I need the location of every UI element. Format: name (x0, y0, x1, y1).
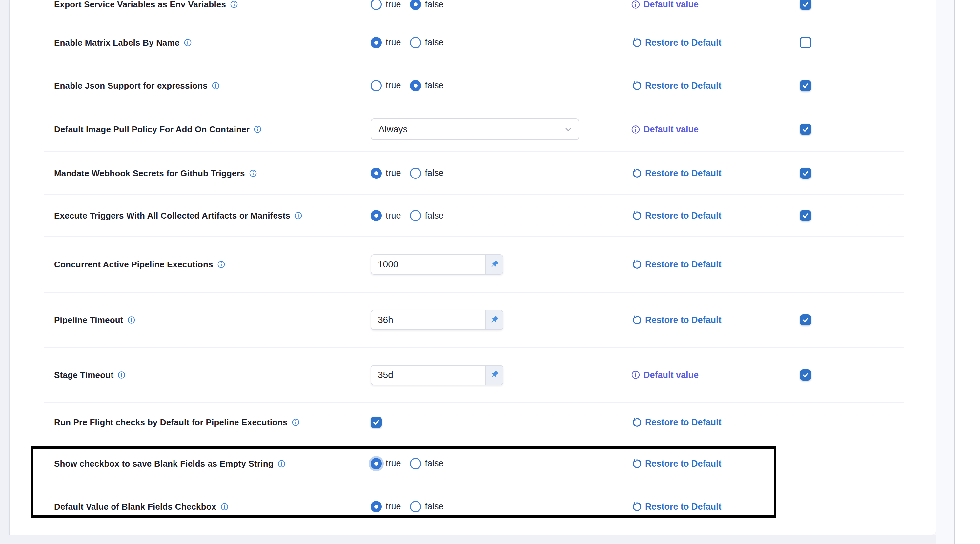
restore-to-default-link[interactable]: Restore to Default (645, 37, 722, 48)
pin-icon (490, 370, 499, 379)
true-false-radio-group: true false (371, 37, 444, 48)
info-icon[interactable] (632, 0, 640, 8)
setting-label: Concurrent Active Pipeline Executions (54, 260, 213, 270)
info-icon[interactable] (221, 503, 228, 510)
radio-false-label[interactable]: false (425, 168, 444, 178)
check-icon (802, 82, 810, 89)
radio-true-label[interactable]: true (386, 501, 401, 512)
info-icon[interactable] (127, 316, 135, 324)
setting-label: Stage Timeout (54, 370, 113, 380)
allow-override-checkbox[interactable] (800, 210, 811, 221)
radio-true[interactable] (371, 168, 382, 179)
restore-icon (632, 458, 641, 469)
radio-false[interactable] (410, 168, 421, 179)
info-icon[interactable] (294, 212, 302, 220)
pin-icon (490, 260, 499, 269)
radio-false-label[interactable]: false (425, 80, 444, 91)
default-value-label: Default value (643, 370, 698, 380)
setting-label: Show checkbox to save Blank Fields as Em… (54, 458, 274, 469)
setting-input[interactable]: 36h (371, 310, 485, 329)
image-pull-policy-select[interactable]: Always (371, 118, 579, 140)
check-icon (802, 0, 810, 8)
setting-input-group: 35d (371, 365, 503, 385)
chevron-down-icon (565, 126, 572, 133)
page-background-bottom (0, 535, 936, 544)
restore-icon (632, 501, 641, 512)
allow-override-checkbox[interactable] (800, 168, 811, 179)
radio-true[interactable] (371, 501, 382, 512)
info-icon[interactable] (632, 125, 640, 134)
radio-false-label[interactable]: false (425, 458, 444, 469)
radio-false[interactable] (410, 458, 421, 469)
radio-false[interactable] (410, 80, 421, 91)
setting-label: Run Pre Flight checks by Default for Pip… (54, 417, 288, 427)
info-icon[interactable] (218, 261, 225, 268)
setting-input[interactable]: 35d (371, 365, 485, 384)
pin-icon (490, 316, 499, 324)
setting-label: Export Service Variables as Env Variable… (54, 0, 226, 10)
radio-true-label[interactable]: true (386, 168, 401, 178)
restore-to-default-link[interactable]: Restore to Default (645, 501, 722, 512)
allow-override-checkbox[interactable] (800, 0, 811, 10)
radio-true[interactable] (371, 37, 382, 48)
radio-false[interactable] (410, 0, 421, 10)
radio-true-label[interactable]: true (386, 211, 401, 221)
true-false-radio-group: true false (371, 210, 444, 221)
check-icon (802, 371, 810, 379)
radio-true-label[interactable]: true (386, 37, 401, 48)
restore-to-default-link[interactable]: Restore to Default (645, 211, 722, 221)
info-icon[interactable] (118, 371, 125, 379)
setting-input[interactable]: 1000 (371, 255, 485, 274)
scrollbar-track (936, 0, 955, 544)
restore-to-default-link[interactable]: Restore to Default (645, 315, 722, 325)
radio-false-label[interactable]: false (425, 211, 444, 221)
true-false-radio-group: true false (371, 168, 444, 179)
radio-true[interactable] (371, 210, 382, 221)
preflight-checkbox[interactable] (371, 417, 382, 428)
radio-false-label[interactable]: false (425, 37, 444, 48)
setting-label: Enable Json Support for expressions (54, 80, 208, 91)
radio-false[interactable] (410, 37, 421, 48)
info-icon[interactable] (278, 459, 285, 467)
radio-false-label[interactable]: false (425, 501, 444, 512)
info-icon[interactable] (632, 371, 640, 379)
info-icon[interactable] (292, 418, 299, 426)
allow-override-checkbox[interactable] (800, 124, 811, 135)
info-icon[interactable] (230, 1, 238, 8)
select-value: Always (379, 124, 408, 134)
info-icon[interactable] (212, 82, 220, 89)
info-icon[interactable] (184, 39, 191, 46)
radio-true[interactable] (371, 0, 382, 10)
info-icon[interactable] (249, 169, 257, 177)
setting-label: Default Value of Blank Fields Checkbox (54, 501, 216, 512)
radio-false[interactable] (410, 210, 421, 221)
restore-to-default-link[interactable]: Restore to Default (645, 260, 722, 270)
info-icon[interactable] (254, 126, 261, 133)
runtime-input-pin-button[interactable] (485, 255, 503, 274)
radio-true-label[interactable]: true (386, 458, 401, 469)
radio-false-label[interactable]: false (425, 0, 444, 10)
runtime-input-pin-button[interactable] (485, 310, 503, 329)
runtime-input-pin-button[interactable] (485, 365, 503, 384)
settings-row: Mandate Webhook Secrets for Github Trigg… (44, 152, 904, 195)
restore-to-default-link[interactable]: Restore to Default (645, 168, 722, 178)
radio-true-label[interactable]: true (386, 0, 401, 10)
true-false-radio-group: true false (371, 501, 444, 512)
restore-to-default-link[interactable]: Restore to Default (645, 458, 722, 469)
radio-false[interactable] (410, 501, 421, 512)
allow-override-checkbox[interactable] (800, 37, 811, 48)
restore-to-default-link[interactable]: Restore to Default (645, 417, 722, 427)
settings-row: Default Image Pull Policy For Add On Con… (44, 107, 904, 152)
restore-icon (632, 417, 641, 427)
allow-override-checkbox[interactable] (800, 369, 811, 381)
restore-icon (632, 315, 641, 325)
radio-true[interactable] (371, 458, 382, 469)
allow-override-checkbox[interactable] (800, 80, 811, 91)
restore-icon (632, 260, 641, 270)
radio-true-label[interactable]: true (386, 80, 401, 91)
radio-true[interactable] (371, 80, 382, 91)
restore-to-default-link[interactable]: Restore to Default (645, 80, 722, 91)
allow-override-checkbox[interactable] (800, 314, 811, 325)
settings-row: Stage Timeout true false 35d (44, 348, 904, 403)
settings-row: Enable Json Support for expressions true… (44, 64, 904, 107)
